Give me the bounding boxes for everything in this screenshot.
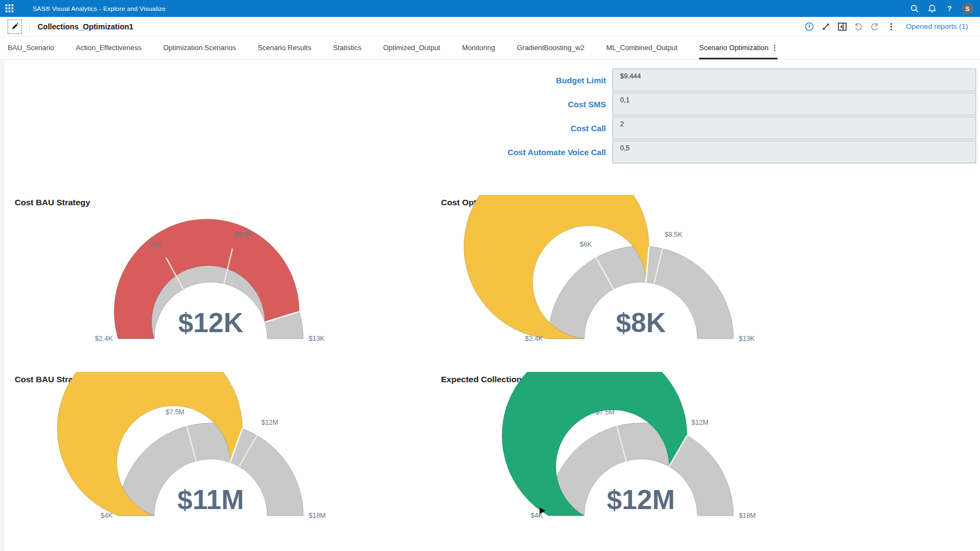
- notifications-bell-icon[interactable]: [923, 0, 941, 17]
- app-title: SAS® Visual Analytics - Explore and Visu…: [33, 5, 166, 12]
- more-options-kebab-icon[interactable]: [883, 19, 899, 34]
- gauge-chart: $6K$8.5K$2.4K$13K$12K: [20, 195, 401, 354]
- gauge-chart: $6K$8.5K$2.4K$13K$8K: [450, 195, 831, 354]
- tab-menu-kebab-icon[interactable]: [772, 44, 777, 52]
- divider: [29, 21, 30, 33]
- gauge-value: $8K: [616, 308, 666, 338]
- tab-label: Monitoring: [462, 44, 495, 52]
- tab-label: ML_Combined_Output: [607, 44, 678, 52]
- gauge-value: $12K: [178, 308, 243, 338]
- field-input-budget-limit[interactable]: $9,444: [612, 69, 976, 91]
- tab-statistics[interactable]: Statistics: [333, 36, 362, 59]
- tab-label: GradientBoosting_w2: [517, 44, 584, 52]
- gauge-tick-label: $7.5M: [596, 408, 615, 416]
- field-label-cost-automate-voice-call: Cost Automate Voice Call: [507, 140, 606, 163]
- tab-label: Scenario Results: [258, 44, 311, 52]
- report-title: Collections_Optimization1: [38, 22, 133, 31]
- gauge-tick-label: $12M: [691, 419, 708, 426]
- gauge-tick-label: $8.5K: [665, 231, 683, 238]
- gauge-max-label: $18M: [739, 512, 756, 519]
- help-icon[interactable]: ?: [941, 0, 958, 17]
- gauge-min-label: $4K: [100, 512, 113, 519]
- gauge-chart: $7.5M$12M$4K$18M$11M: [20, 372, 401, 531]
- app-header: SAS® Visual Analytics - Explore and Visu…: [0, 0, 980, 17]
- report-state-icon[interactable]: [801, 19, 818, 34]
- tab-ml-combined-output[interactable]: ML_Combined_Output: [607, 36, 678, 59]
- gauge-tick-label: $8.5K: [234, 231, 252, 238]
- undo-icon[interactable]: [850, 19, 867, 34]
- tab-label: Scenario Optimization: [699, 44, 768, 52]
- gauge-max-label: $13K: [309, 335, 325, 342]
- search-icon[interactable]: [906, 0, 923, 17]
- gauge-value: $12M: [607, 485, 675, 515]
- redo-icon[interactable]: [867, 19, 883, 34]
- tab-gradientboosting-w2[interactable]: GradientBoosting_w2: [517, 36, 584, 59]
- gauge-tick-label: $12M: [261, 419, 278, 426]
- form-row: Budget Limit$9,444: [0, 69, 980, 91]
- tab-monitoring[interactable]: Monitoring: [462, 36, 495, 59]
- gauge-tick-label: $7.5M: [166, 408, 185, 416]
- field-input-cost-sms[interactable]: 0,1: [612, 93, 976, 115]
- user-avatar[interactable]: S: [961, 3, 973, 15]
- gauge-value: $11M: [177, 485, 243, 515]
- tab-optimization-scenarios[interactable]: Optimization Scenarios: [163, 36, 236, 59]
- field-input-cost-call[interactable]: 2: [612, 117, 976, 139]
- gauge-panel-2: Cost BAU Strategy$7.5M$12M$4K$18M$11M: [8, 370, 413, 534]
- tab-label: Optimization Scenarios: [163, 44, 236, 52]
- gauge-tick-label: $6K: [580, 241, 592, 248]
- field-label-cost-call: Cost Call: [571, 117, 606, 139]
- report-toolbar: Collections_Optimization1 Opened reports…: [0, 17, 980, 36]
- pencil-icon: [11, 23, 19, 30]
- tab-label: Optimized_Output: [383, 44, 440, 52]
- form-row: Cost Automate Voice Call0,5: [0, 140, 980, 163]
- tab-label: BAU_Scenario: [8, 44, 54, 52]
- fullscreen-expand-icon[interactable]: [818, 19, 834, 34]
- opened-reports-link[interactable]: Opened reports (1): [906, 22, 968, 30]
- app-launcher-icon[interactable]: [0, 0, 19, 17]
- tab-bau-scenario[interactable]: BAU_Scenario: [8, 36, 54, 59]
- gauge-tick-label: $6K: [149, 241, 162, 248]
- gauge-panel-0: Cost BAU Strategy$6K$8.5K$2.4K$13K$12K: [8, 193, 413, 357]
- field-label-cost-sms: Cost SMS: [568, 93, 606, 115]
- tab-scenario-optimization[interactable]: Scenario Optimization: [699, 36, 777, 59]
- gauge-min-label: $2.4K: [525, 335, 543, 342]
- form-row: Cost SMS0,1: [0, 93, 980, 115]
- left-gutter: [0, 60, 4, 551]
- field-label-budget-limit: Budget Limit: [556, 69, 606, 91]
- tab-scenario-results[interactable]: Scenario Results: [258, 36, 311, 59]
- gauge-panel-3: Expected Collections Amount Optimized$7.…: [434, 370, 848, 534]
- tab-optimized-output[interactable]: Optimized_Output: [383, 36, 440, 59]
- gauge-panel-1: Cost Optimized Strategy$6K$8.5K$2.4K$13K…: [434, 193, 848, 357]
- report-tab-bar: BAU_ScenarioAction_EffectivenessOptimiza…: [0, 36, 980, 60]
- gauge-chart: $7.5M$12M$4K$18M$12M: [450, 372, 831, 531]
- tab-label: Action_Effectiveness: [76, 44, 141, 52]
- toggle-panel-icon[interactable]: [834, 19, 850, 34]
- tab-label: Statistics: [333, 44, 362, 52]
- form-row: Cost Call2: [0, 117, 980, 139]
- gauge-max-label: $13K: [739, 335, 755, 342]
- gauge-max-label: $18M: [309, 512, 326, 519]
- edit-mode-button[interactable]: [8, 20, 22, 34]
- tab-action-effectiveness[interactable]: Action_Effectiveness: [76, 36, 141, 59]
- grid-icon: [5, 4, 14, 13]
- gauge-min-label: $2.4K: [95, 335, 113, 342]
- field-input-cost-automate-voice-call[interactable]: 0,5: [612, 140, 976, 163]
